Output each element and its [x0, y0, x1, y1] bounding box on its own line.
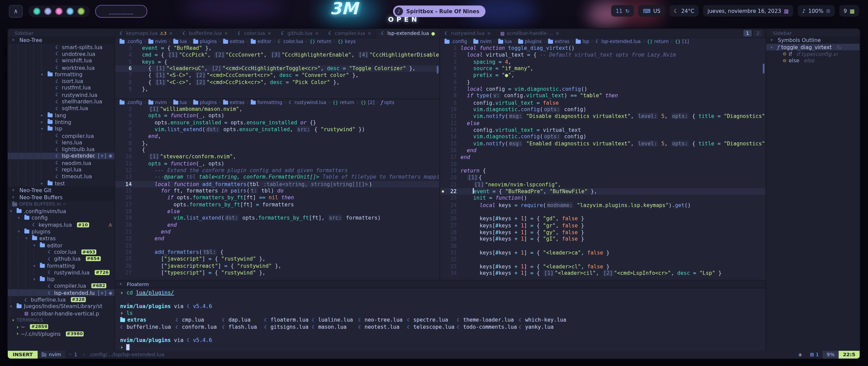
listing-item-dap.lua[interactable]: ☾dap.lua [222, 317, 264, 323]
tree-item-lsp-extended.lu[interactable]: ☾lsp-extended.lu[+]◉ [8, 152, 115, 159]
terminals-header[interactable]: › TERMINALS [8, 317, 115, 323]
listing-item-todo-comments.lua[interactable]: ☾todo-comments.lua [457, 324, 519, 330]
quick-launch-app-lavender-icon[interactable] [44, 8, 52, 15]
tree-item-~[interactable]: ›~#2859 [8, 323, 115, 330]
tree-item-editor[interactable]: ▾editor [8, 242, 115, 248]
breadcrumb-item[interactable]: lua [498, 39, 512, 44]
tree-item-formatting[interactable]: ▾formatting [8, 71, 115, 78]
tree-item-lens.lua[interactable]: ☾lens.lua [8, 139, 115, 146]
symbol-if[interactable]: ⊙ifif type(config.vi [766, 50, 860, 57]
breadcrumb-item[interactable]: plugins [518, 39, 542, 44]
tree-item-compiler.lua[interactable]: ☾compiler.lua [8, 132, 115, 139]
breadcrumb-item[interactable]: .config [120, 100, 142, 105]
breadcrumb-item[interactable]: {}keys [338, 39, 356, 44]
tree-item-~-.c-n-l-plugins[interactable]: ›~/.c/n/l/plugins#3980 [8, 330, 115, 337]
tree-item-bufferline.lua[interactable]: ☾bufferline.lua#328 [8, 296, 115, 303]
breadcrumb-item[interactable]: .config [120, 39, 142, 44]
quick-launch-app-blue-icon[interactable] [66, 8, 74, 15]
breadcrumb-item[interactable]: nvim [149, 100, 167, 105]
breadcrumb-item[interactable]: {}[1] [675, 39, 689, 44]
tree-item-keymaps.lua[interactable]: ☾keymaps.lua#10⚠ [8, 221, 115, 228]
tab-lsp-extended.lua[interactable]: ☾lsp-extended.lua● [376, 29, 440, 38]
tree-item-winshift.lua[interactable]: ☾winshift.lua [8, 57, 115, 64]
listing-item-neotest.lua[interactable]: ☾neotest.lua [358, 324, 407, 330]
tree-item-extras[interactable]: ▾extras [8, 235, 115, 242]
project-segment[interactable]: nvim [38, 351, 65, 359]
now-playing-widget[interactable]: ♪ Spiritbox - Rule Of Nines [393, 5, 486, 17]
breadcrumb-item[interactable]: lua [173, 39, 187, 44]
tree-item-juegos-indies-steamlibrary-st[interactable]: ▾Juegos/Indies/SteamLibrary/st [8, 303, 115, 310]
breadcrumb-item[interactable]: ☾rustywind.lua [289, 100, 326, 105]
breadcrumb-item[interactable]: plugins [193, 39, 217, 44]
breadcrumb-item[interactable]: {}[2] [360, 100, 374, 105]
section-neo-tree-git[interactable]: ▾ Neo-Tree Git [8, 187, 115, 194]
breadcrumb-item[interactable]: ☾lsp-extended.lua [595, 39, 640, 44]
tree-item-lsp[interactable]: ▾lsp [8, 276, 115, 283]
tree-item-undotree.lua[interactable]: ☾undotree.lua [8, 50, 115, 57]
symbol-toggle_diag_virtext[interactable]: ▾ƒtoggle_diag_virtextfu [766, 44, 860, 50]
tree-item-rustywind.lua[interactable]: ☾rustywind.lua [8, 92, 115, 98]
breadcrumb-item[interactable]: nvim [473, 39, 492, 44]
breadcrumb-item[interactable]: editor [251, 39, 271, 44]
breadcrumb-item[interactable]: formatting [251, 100, 282, 105]
listing-item-theme-loader.lua[interactable]: ☾theme-loader.lua [457, 317, 519, 323]
breadcrumb-item[interactable]: nvim [149, 39, 167, 44]
tree-item-lsp[interactable]: ▾lsp [8, 125, 115, 132]
section-symbols-outline[interactable]: ▾ Symbols Outline [766, 37, 860, 44]
tabpage-2[interactable]: 2 [753, 30, 762, 37]
breadcrumb-item[interactable]: extras [548, 39, 569, 44]
breadcrumb-item[interactable]: plugins [193, 100, 217, 105]
quick-launch-app-green-icon[interactable] [78, 8, 85, 15]
breadcrumb-item[interactable]: {}return [333, 100, 354, 105]
listing-item-extras[interactable]: extras [120, 317, 175, 323]
close-icon[interactable]: × [555, 30, 559, 36]
workspace-widget[interactable]: 9 ▦ [839, 5, 859, 17]
close-icon[interactable]: × [224, 30, 228, 36]
tree-item-worktree.lua[interactable]: ☾worktree.lua [8, 64, 115, 71]
tree-item-test[interactable]: ▸test [8, 180, 115, 187]
tree-item-linting[interactable]: ▸linting [8, 119, 115, 125]
tree-item-compiler.lua[interactable]: ☾compiler.lua#682 [8, 283, 115, 289]
tree-item-scrollbar-handle-vertical.p[interactable]: ▨scrollbar-handle-vertical.p [8, 310, 115, 317]
tree-item-neodim.lua[interactable]: ☾neodim.lua [8, 159, 115, 166]
listing-item-telescope.lua[interactable]: ☾telescope.lua [407, 324, 457, 330]
launcher-button[interactable]: ∧ [9, 5, 23, 18]
close-icon[interactable]: × [487, 30, 491, 36]
listing-item-bufferline.lua[interactable]: ☾bufferline.lua [120, 324, 175, 330]
weather-widget[interactable]: ☾ 24°C [669, 5, 699, 17]
listing-item-mason.lua[interactable]: ☾mason.lua [312, 324, 358, 330]
floaterm-header[interactable]: ▾ Floaterm [115, 281, 766, 288]
close-icon[interactable]: × [169, 30, 173, 36]
tree-item-lang[interactable]: ▸lang [8, 112, 115, 119]
quick-launch-app-pink-icon[interactable] [55, 8, 62, 15]
breadcrumb-item[interactable]: lsp [576, 39, 589, 44]
breadcrumb-item[interactable]: extras [223, 39, 244, 44]
window-title-pill[interactable]: ________ [95, 5, 147, 18]
tree-item-rustfmt.lua[interactable]: ☾rustfmt.lua [8, 84, 115, 91]
tree-item-plugins[interactable]: ▾plugins [8, 228, 115, 235]
updates-widget[interactable]: 11 ↻ [611, 5, 634, 17]
listing-item-gitsigns.lua[interactable]: ☾gitsigns.lua [264, 324, 312, 330]
section-neo-tree[interactable]: ▾ Neo-Tree [8, 37, 115, 44]
breadcrumb-item[interactable]: {}return [310, 39, 331, 44]
tree-item-github.lua[interactable]: ☾github.lua#654 [8, 256, 115, 262]
listing-item-which-key.lua[interactable]: ☾which-key.lua [519, 317, 574, 323]
listing-item-yanky.lua[interactable]: ☾yanky.lua [519, 324, 574, 330]
breadcrumb-item[interactable]: ƒopts [381, 100, 394, 105]
scrollbar-handle[interactable] [437, 66, 438, 74]
editor-pane-color-lua[interactable]: .config›nvim›lua›plugins›extras›editor›☾… [115, 38, 440, 99]
listing-item-spectre.lua[interactable]: ☾spectre.lua [407, 317, 457, 323]
terminal-buffer[interactable]: › cd lua/plugins/nvim/lua/plugins via ☾ … [115, 288, 766, 352]
tab-color.lua[interactable]: ☾color.lua× [233, 29, 276, 38]
tab-github.lua[interactable]: ☾github.lua× [276, 29, 324, 38]
buffers-root[interactable]: OPEN BUFFERS in ~ [8, 201, 115, 208]
tree-item-formatting[interactable]: ▾formatting [8, 262, 115, 269]
listing-item-flash.lua[interactable]: ☾flash.lua [222, 324, 264, 330]
quick-launch-app-teal-icon[interactable] [33, 8, 40, 15]
breadcrumb-item[interactable]: extras [223, 100, 244, 105]
breadcrumb-item[interactable]: {}return [647, 39, 669, 44]
symbol-else[interactable]: ⊙elseelse [766, 57, 860, 64]
listing-item-floaterm.lua[interactable]: ☾floaterm.lua [264, 317, 312, 323]
tree-item-rustywind.lua[interactable]: ☾rustywind.lua#726 [8, 269, 115, 276]
tab-bufferline.lua[interactable]: ☾bufferline.lua× [178, 29, 233, 38]
